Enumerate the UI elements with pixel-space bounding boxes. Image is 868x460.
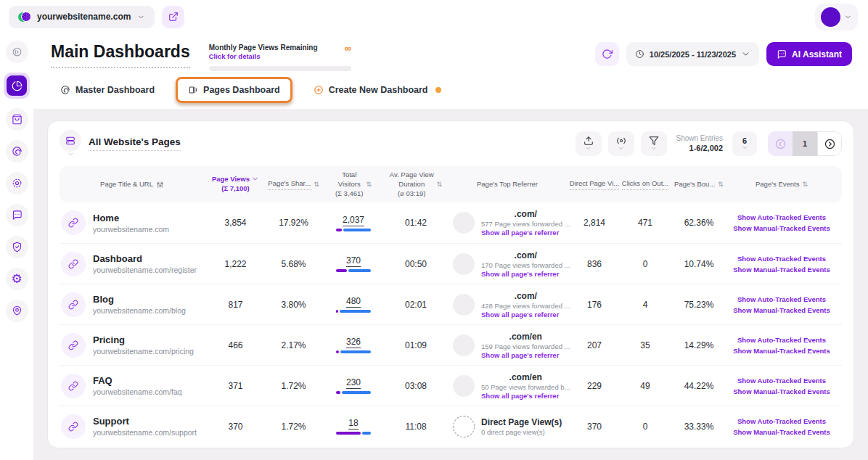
current-page[interactable]: 1 bbox=[793, 131, 817, 156]
link-icon bbox=[68, 259, 78, 269]
arrow-right-circle-icon bbox=[824, 138, 836, 150]
page-link-button[interactable] bbox=[61, 292, 86, 317]
page-share-value: 2.17% bbox=[266, 340, 321, 350]
col-outbound-clicks[interactable]: Clicks on Out... bbox=[620, 179, 671, 190]
events-cell: Show Auto-Tracked Events Show Manual-Tra… bbox=[727, 417, 836, 436]
show-auto-tracked-events-link[interactable]: Show Auto-Tracked Events bbox=[737, 255, 826, 263]
sidebar-item-ecommerce[interactable] bbox=[6, 108, 28, 131]
tab-pages-dashboard[interactable]: Pages Dashboard bbox=[176, 77, 292, 103]
referrer-name: .com/ bbox=[481, 209, 570, 219]
avg-duration-value: 03:08 bbox=[386, 381, 446, 391]
ai-assistant-label: AI Assistant bbox=[792, 49, 842, 59]
show-auto-tracked-events-link[interactable]: Show Auto-Tracked Events bbox=[737, 213, 826, 221]
show-all-referrer-link[interactable]: Show all page's referrer bbox=[481, 229, 570, 237]
tab-label: Master Dashboard bbox=[75, 85, 155, 95]
page-share-value: 17.92% bbox=[266, 218, 321, 228]
export-button[interactable] bbox=[576, 131, 602, 156]
tab-master-dashboard[interactable]: Master Dashboard bbox=[51, 77, 164, 103]
topbar: yourwebsitename.com bbox=[0, 0, 868, 33]
next-page-button[interactable] bbox=[817, 131, 842, 156]
show-auto-tracked-events-link[interactable]: Show Auto-Tracked Events bbox=[737, 377, 826, 385]
visitors-bar-segment-2 bbox=[340, 350, 371, 353]
ai-assistant-button[interactable]: AI Assistant bbox=[766, 42, 852, 66]
show-auto-tracked-events-link[interactable]: Show Auto-Tracked Events bbox=[737, 417, 826, 425]
tab-create-new-dashboard[interactable]: Create New Dashboard bbox=[304, 77, 451, 103]
open-website-button[interactable] bbox=[162, 6, 184, 28]
col-page-share[interactable]: Page's Shar...⇅ bbox=[266, 179, 321, 190]
website-selector[interactable]: yourwebsitename.com bbox=[9, 6, 155, 28]
show-manual-tracked-events-link[interactable]: Show Manual-Tracked Events bbox=[733, 347, 830, 355]
table-view-selector[interactable] bbox=[60, 130, 81, 157]
account-menu[interactable] bbox=[815, 4, 858, 30]
page-link-button[interactable] bbox=[61, 374, 86, 398]
show-all-referrer-link[interactable]: Show all page's referrer bbox=[481, 311, 570, 319]
show-manual-tracked-events-link[interactable]: Show Manual-Tracked Events bbox=[733, 387, 830, 395]
col-avg-duration[interactable]: Av. Page ViewDuration(⌀ 03:19)⇅ bbox=[386, 171, 446, 198]
referrer-favicon bbox=[453, 375, 475, 397]
col-events[interactable]: Page's Events⇅ bbox=[727, 180, 836, 189]
page-link-button[interactable] bbox=[61, 210, 86, 235]
page-url-text: yourwebsitename.com bbox=[93, 225, 169, 234]
referrer-name: .com/ bbox=[481, 250, 570, 260]
show-manual-tracked-events-link[interactable]: Show Manual-Tracked Events bbox=[733, 428, 830, 436]
bounce-rate-value: 75.23% bbox=[671, 300, 727, 310]
page-link-button[interactable] bbox=[61, 252, 86, 276]
show-manual-tracked-events-link[interactable]: Show Manual-Tracked Events bbox=[733, 306, 830, 314]
total-visitors-value: 230 bbox=[346, 377, 361, 389]
referrer-favicon bbox=[453, 253, 475, 275]
col-bounce[interactable]: Page's Bou...⇅ bbox=[671, 180, 727, 189]
date-range-picker[interactable]: 10/25/2025 - 11/23/2025 bbox=[626, 42, 759, 66]
alerts-button[interactable] bbox=[608, 131, 634, 156]
page-header: Main Dashboards Monthly Page Views Remai… bbox=[33, 33, 868, 109]
referrer-detail: 170 Page views forwarded ... bbox=[481, 261, 570, 269]
visitors-bar-segment-2 bbox=[342, 391, 371, 394]
sidebar-item-settings[interactable]: ⚙ bbox=[6, 268, 28, 290]
chevron-down-icon bbox=[741, 49, 750, 59]
col-page-views[interactable]: Page Views(Σ 7,100) bbox=[205, 175, 266, 194]
show-manual-tracked-events-link[interactable]: Show Manual-Tracked Events bbox=[733, 266, 830, 274]
col-page-title[interactable]: Page Title & URL bbox=[60, 180, 205, 189]
col-total-visitors[interactable]: TotalVisitors(Σ 3,461)⇅ bbox=[321, 171, 386, 198]
show-manual-tracked-events-link[interactable]: Show Manual-Tracked Events bbox=[733, 224, 830, 232]
page-size-select[interactable]: 6 bbox=[732, 131, 757, 156]
table-header-row: Page Title & URL Page Views(Σ 7,100) Pag… bbox=[60, 166, 842, 202]
refresh-icon bbox=[602, 49, 613, 59]
page-title-text: Pricing bbox=[93, 334, 194, 345]
page-views-value: 466 bbox=[205, 340, 266, 350]
sidebar-item-collapse-toggle[interactable] bbox=[6, 41, 28, 63]
chat-bubble-icon bbox=[12, 210, 22, 221]
total-visitors-cell: 326 bbox=[321, 337, 386, 353]
show-all-referrer-link[interactable]: Show all page's referrer bbox=[481, 351, 570, 359]
avg-duration-value: 00:50 bbox=[386, 259, 446, 269]
filter-button[interactable] bbox=[641, 131, 667, 156]
show-all-referrer-link[interactable]: Show all page's referrer bbox=[481, 270, 570, 278]
visitors-bar-segment-2 bbox=[343, 229, 371, 231]
shown-entries-label: Shown Entries bbox=[676, 134, 723, 144]
referrer-detail: 159 Page views forwarded ... bbox=[481, 342, 570, 350]
chat-bubble-icon bbox=[777, 49, 787, 59]
show-auto-tracked-events-link[interactable]: Show Auto-Tracked Events bbox=[737, 295, 826, 303]
page-link-button[interactable] bbox=[61, 333, 86, 358]
sidebar-item-privacy[interactable] bbox=[6, 236, 28, 258]
top-referrer-cell: .com/en 50 Page views forwarded b... Sho… bbox=[446, 372, 569, 400]
page-link-button[interactable] bbox=[61, 414, 86, 439]
total-visitors-cell: 480 bbox=[321, 296, 386, 313]
show-auto-tracked-events-link[interactable]: Show Auto-Tracked Events bbox=[737, 336, 826, 344]
col-direct-views[interactable]: Direct Page Vi... bbox=[569, 179, 620, 190]
sort-icon: ⇅ bbox=[437, 180, 443, 189]
monthly-quota-label: Monthly Page Views Remaining bbox=[209, 44, 318, 52]
sidebar-item-location[interactable] bbox=[6, 300, 28, 322]
sidebar-item-dashboards[interactable] bbox=[4, 73, 30, 99]
prev-page-button[interactable] bbox=[768, 131, 793, 156]
sidebar-item-communication[interactable] bbox=[6, 204, 28, 226]
visitors-bar-segment-1 bbox=[336, 432, 361, 435]
bounce-rate-value: 14.29% bbox=[671, 340, 727, 350]
sidebar-item-behavior[interactable] bbox=[6, 140, 28, 163]
gear-icon: ⚙ bbox=[11, 273, 22, 285]
show-all-referrer-link[interactable]: Show all page's referrer bbox=[481, 392, 570, 400]
quota-details-link[interactable]: Click for details bbox=[209, 52, 318, 60]
pagination: 1 bbox=[768, 131, 842, 156]
refresh-button[interactable] bbox=[595, 42, 619, 66]
page-share-value: 5.68% bbox=[266, 259, 321, 269]
sidebar-item-visitor-focus[interactable] bbox=[6, 172, 28, 194]
